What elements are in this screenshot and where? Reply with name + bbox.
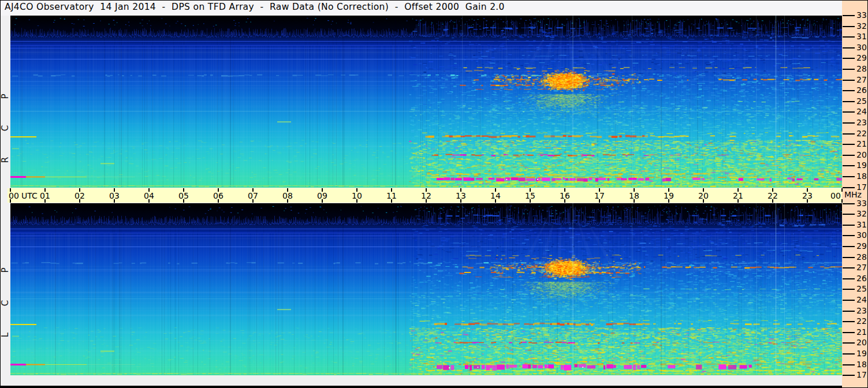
freq-tick-label: 31 — [856, 32, 867, 41]
freq-tick-label: 24 — [856, 295, 867, 304]
freq-tick — [843, 364, 855, 365]
freq-tick — [843, 267, 855, 268]
panel-label-letter-lcp: C — [1, 298, 10, 308]
freq-tick — [843, 321, 855, 322]
freq-tick — [843, 187, 855, 188]
freq-tick — [843, 58, 855, 59]
freq-tick-label: 19 — [856, 161, 867, 170]
hour-label: 01 — [39, 191, 51, 200]
hour-label: 09 — [316, 191, 329, 200]
freq-tick-label: 21 — [856, 139, 867, 148]
panel-label-letter-rcp: P — [1, 91, 10, 102]
freq-tick-label: 22 — [856, 316, 867, 326]
freq-tick — [843, 235, 855, 236]
hour-label: 00 — [829, 191, 842, 200]
hour-label: 21 — [732, 191, 744, 200]
hour-label: 10 — [351, 191, 363, 200]
freq-tick-label: 27 — [856, 75, 867, 84]
freq-tick — [843, 122, 855, 124]
lcp-spectrogram — [10, 203, 842, 375]
freq-tick-label: 23 — [856, 306, 867, 315]
freq-tick-label: 30 — [856, 230, 867, 240]
freq-tick-label: 32 — [856, 21, 867, 31]
hour-label: 12 — [420, 191, 433, 200]
freq-tick — [843, 332, 855, 333]
freq-tick-label: 22 — [856, 129, 867, 138]
freq-tick — [843, 342, 855, 344]
hour-label: 16 — [558, 191, 571, 200]
freq-tick — [843, 144, 855, 145]
freq-tick — [843, 69, 855, 70]
hour-label: 06 — [212, 191, 225, 200]
freq-tick-label: 18 — [856, 171, 867, 181]
freq-tick-label: 29 — [856, 241, 867, 251]
freq-tick — [843, 353, 855, 355]
hour-label: 14 — [489, 191, 502, 200]
freq-tick-label: 25 — [856, 284, 867, 293]
frequency-scale: MHz 333231302928272625242322212019181733… — [842, 0, 868, 388]
freq-tick-label: 17 — [856, 370, 867, 379]
freq-tick-label: 32 — [856, 209, 867, 218]
hour-label: 05 — [177, 191, 190, 200]
freq-tick — [843, 289, 855, 290]
hour-label: 02 — [73, 191, 86, 200]
freq-tick — [843, 203, 855, 204]
freq-tick — [843, 225, 855, 226]
freq-tick-label: 26 — [856, 274, 867, 283]
freq-tick — [843, 26, 855, 27]
freq-tick-label: 18 — [856, 360, 867, 369]
freq-tick — [843, 257, 855, 258]
freq-tick-label: 20 — [856, 150, 867, 159]
freq-tick-label: 21 — [856, 327, 867, 337]
hour-label: 15 — [524, 191, 537, 200]
hour-label: 08 — [281, 191, 294, 200]
hour-label: 07 — [247, 191, 259, 200]
hour-label: 23 — [801, 191, 814, 200]
freq-tick-label: 17 — [856, 182, 867, 192]
freq-tick — [843, 90, 855, 91]
freq-tick — [843, 36, 855, 38]
time-axis: UTC 000102030405060708091011121314151617… — [8, 188, 842, 203]
freq-tick — [843, 278, 855, 279]
hour-label: 20 — [697, 191, 710, 200]
freq-tick-label: 30 — [856, 43, 867, 52]
freq-tick — [843, 300, 855, 301]
spectrograph-screen: MHz 333231302928272625242322212019181733… — [0, 0, 868, 388]
freq-tick-label: 33 — [856, 199, 867, 208]
freq-tick-label: 28 — [856, 252, 867, 262]
freq-tick-label: 20 — [856, 338, 867, 347]
hour-label: 22 — [766, 191, 779, 200]
freq-tick — [843, 80, 855, 81]
freq-tick-label: 19 — [856, 349, 867, 358]
hour-label: 19 — [662, 191, 675, 200]
title-bar: AJ4CO Observatory 14 Jan 2014 - DPS on T… — [0, 0, 842, 16]
panel-label-letter-rcp: C — [1, 123, 10, 133]
freq-tick-label: 27 — [856, 263, 867, 272]
hour-label: 13 — [455, 191, 467, 200]
freq-tick — [843, 47, 855, 48]
freq-tick-label: 31 — [856, 220, 867, 229]
hour-label: 03 — [108, 191, 121, 200]
page-title: AJ4CO Observatory 14 Jan 2014 - DPS on T… — [5, 2, 505, 12]
panel-label-letter-lcp: L — [1, 330, 10, 340]
freq-tick-label: 25 — [856, 96, 867, 106]
freq-tick — [843, 155, 855, 156]
freq-tick-label: 28 — [856, 64, 867, 73]
hour-label: 00 — [8, 191, 20, 200]
hour-label: 17 — [593, 191, 606, 200]
freq-tick — [843, 176, 855, 177]
freq-tick — [843, 246, 855, 247]
bottom-border — [0, 386, 842, 388]
hour-label: 18 — [628, 191, 640, 200]
panel-label-letter-rcp: R — [1, 155, 10, 165]
freq-tick — [843, 165, 855, 166]
freq-tick — [843, 133, 855, 135]
freq-tick-label: 24 — [856, 107, 867, 116]
panel-label-letter-lcp: P — [1, 265, 10, 275]
rcp-spectrogram — [10, 16, 842, 188]
hour-label: 11 — [385, 191, 398, 200]
freq-tick — [843, 111, 855, 113]
freq-tick — [843, 311, 855, 312]
freq-tick — [843, 214, 855, 215]
freq-tick-label: 26 — [856, 85, 867, 95]
